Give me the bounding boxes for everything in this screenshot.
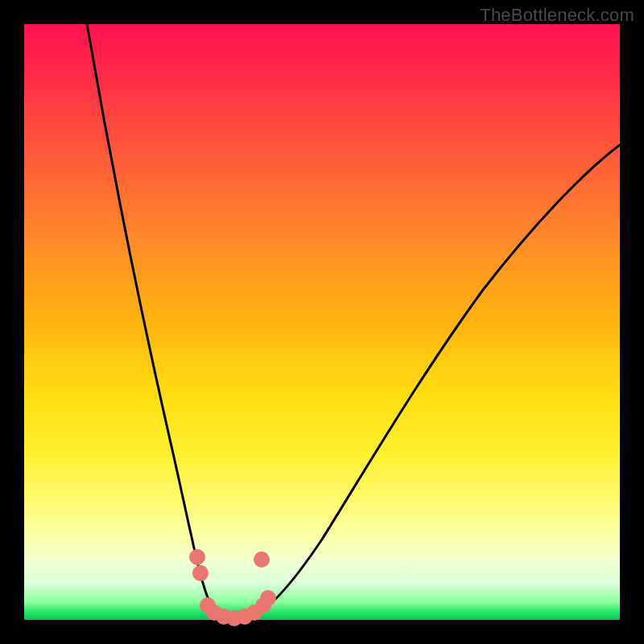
chart-frame: TheBottleneck.com [0, 0, 644, 644]
plot-area [24, 24, 620, 620]
watermark-text: TheBottleneck.com [480, 5, 634, 26]
marker-dot [192, 565, 208, 581]
marker-dot [189, 549, 205, 565]
marker-cluster [189, 549, 276, 626]
curve-right-branch [250, 145, 620, 618]
curve-left-branch [87, 24, 219, 616]
marker-dot [260, 590, 276, 606]
marker-dot [254, 551, 270, 568]
curve-layer [24, 24, 620, 620]
